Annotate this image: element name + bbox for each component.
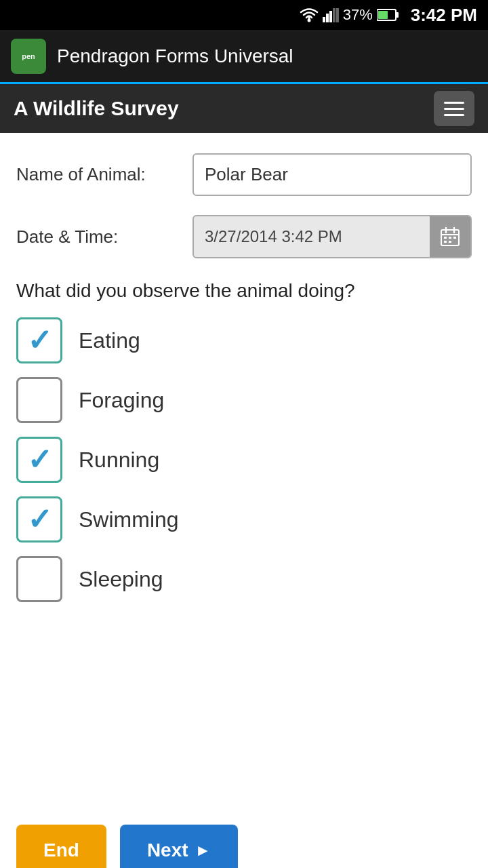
- date-label: Date & Time:: [16, 226, 192, 248]
- checkmark-eating: ✓: [27, 326, 52, 355]
- date-input-wrapper[interactable]: 3/27/2014 3:42 PM: [192, 215, 472, 258]
- checkbox-label-eating: Eating: [79, 328, 140, 353]
- form-content: Name of Animal: Date & Time: 3/27/2014 3…: [0, 133, 488, 811]
- svg-rect-14: [449, 237, 451, 239]
- wifi-icon: [300, 7, 319, 22]
- battery-icon: [377, 9, 399, 21]
- animal-label: Name of Animal:: [16, 164, 192, 185]
- footer: End Next ►: [0, 811, 488, 868]
- menu-line-1: [444, 102, 464, 104]
- svg-rect-17: [449, 241, 451, 243]
- checkbox-box-sleeping[interactable]: [16, 556, 62, 602]
- next-label: Next: [147, 840, 188, 861]
- end-button[interactable]: End: [16, 825, 106, 868]
- checkbox-running[interactable]: ✓ Running: [16, 437, 472, 483]
- menu-line-3: [444, 114, 464, 116]
- animal-name-row: Name of Animal:: [16, 153, 472, 196]
- page-title: A Wildlife Survey: [14, 97, 179, 120]
- app-header: pen Pendragon Forms Universal: [0, 30, 488, 84]
- date-time-row: Date & Time: 3/27/2014 3:42 PM: [16, 215, 472, 258]
- svg-rect-5: [336, 8, 339, 22]
- svg-rect-4: [333, 8, 336, 22]
- svg-rect-3: [329, 11, 332, 22]
- logo-text: pen: [22, 52, 35, 60]
- checkbox-box-running[interactable]: ✓: [16, 437, 62, 483]
- status-bar: 37% 3:42 PM: [0, 0, 488, 30]
- page-header: A Wildlife Survey: [0, 84, 488, 133]
- svg-rect-16: [444, 241, 447, 243]
- menu-line-2: [444, 108, 464, 110]
- checkbox-box-swimming[interactable]: ✓: [16, 496, 62, 542]
- checkbox-sleeping[interactable]: Sleeping: [16, 556, 472, 602]
- checkbox-box-eating[interactable]: ✓: [16, 317, 62, 363]
- checkbox-eating[interactable]: ✓ Eating: [16, 317, 472, 363]
- checkbox-label-running: Running: [79, 448, 159, 473]
- calendar-button[interactable]: [430, 216, 470, 257]
- svg-rect-15: [453, 237, 456, 239]
- checkbox-box-foraging[interactable]: [16, 377, 62, 423]
- clock: 3:42 PM: [411, 5, 477, 26]
- checkbox-swimming[interactable]: ✓ Swimming: [16, 496, 472, 542]
- svg-rect-2: [326, 14, 329, 22]
- svg-rect-1: [323, 17, 325, 22]
- menu-button[interactable]: [434, 91, 474, 126]
- checkbox-foraging[interactable]: Foraging: [16, 377, 472, 423]
- svg-rect-13: [444, 237, 447, 239]
- next-button[interactable]: Next ►: [120, 825, 238, 868]
- checkbox-label-foraging: Foraging: [79, 388, 164, 413]
- animal-input[interactable]: [192, 153, 472, 196]
- checkmark-running: ✓: [27, 445, 52, 475]
- calendar-icon: [441, 227, 460, 246]
- svg-rect-8: [378, 11, 388, 19]
- checkbox-label-sleeping: Sleeping: [79, 567, 163, 592]
- battery-percentage: 37%: [343, 6, 373, 24]
- date-value: 3/27/2014 3:42 PM: [194, 218, 430, 256]
- question-text: What did you observe the animal doing?: [16, 277, 472, 304]
- chevron-right-icon: ►: [195, 841, 211, 860]
- app-logo: pen: [11, 39, 46, 74]
- app-title: Pendragon Forms Universal: [57, 45, 477, 67]
- signal-icon: [323, 7, 339, 22]
- svg-rect-7: [396, 12, 399, 18]
- svg-point-0: [307, 19, 310, 22]
- checkbox-label-swimming: Swimming: [79, 507, 179, 532]
- status-icons: 37%: [300, 6, 399, 24]
- checkmark-swimming: ✓: [27, 505, 52, 534]
